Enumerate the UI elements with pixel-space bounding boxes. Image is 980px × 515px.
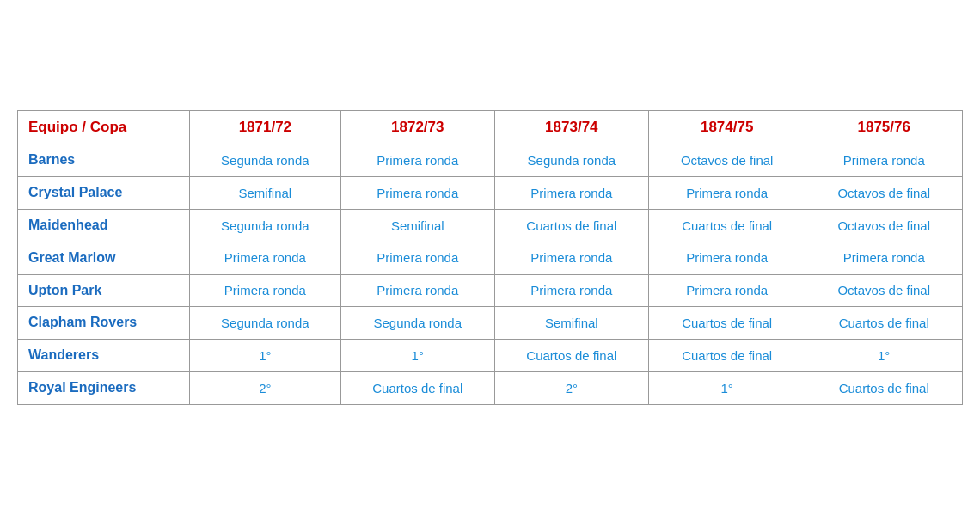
data-cell: Semifinal — [340, 209, 494, 242]
data-cell: Primera ronda — [648, 177, 805, 210]
header-1872: 1872/73 — [340, 111, 494, 144]
team-name: Clapham Rovers — [18, 307, 190, 340]
data-cell: Cuartos de final — [648, 307, 805, 340]
table-row: Wanderers1°1°Cuartos de finalCuartos de … — [18, 340, 963, 372]
data-cell: Segunda ronda — [190, 144, 341, 177]
data-cell: Segunda ronda — [190, 209, 341, 242]
data-cell: Primera ronda — [340, 274, 494, 307]
data-cell: Primera ronda — [648, 274, 805, 307]
data-cell: Primera ronda — [494, 242, 648, 274]
data-cell: Octavos de final — [648, 144, 805, 177]
data-cell: Primera ronda — [648, 242, 805, 274]
data-cell: Segunda ronda — [494, 144, 648, 177]
data-cell: Primera ronda — [805, 242, 963, 274]
table-row: Clapham RoversSegunda rondaSegunda ronda… — [18, 307, 963, 340]
header-1873: 1873/74 — [494, 111, 648, 144]
table-row: Upton ParkPrimera rondaPrimera rondaPrim… — [18, 274, 963, 307]
data-cell: Cuartos de final — [494, 340, 648, 372]
data-cell: Cuartos de final — [494, 209, 648, 242]
data-cell: Segunda ronda — [340, 307, 494, 340]
header-1874: 1874/75 — [648, 111, 805, 144]
table-row: Crystal PalaceSemifinalPrimera rondaPrim… — [18, 177, 963, 210]
data-cell: Primera ronda — [340, 144, 494, 177]
copa-table: Equipo / Copa 1871/72 1872/73 1873/74 18… — [17, 110, 963, 404]
data-cell: Semifinal — [190, 177, 341, 210]
data-cell: 2° — [494, 371, 648, 404]
data-cell: Primera ronda — [494, 177, 648, 210]
data-cell: Segunda ronda — [190, 307, 341, 340]
data-cell: 1° — [340, 340, 494, 372]
team-name: Great Marlow — [18, 242, 190, 274]
data-cell: Octavos de final — [805, 274, 963, 307]
table-row: Royal Engineers2°Cuartos de final2°1°Cua… — [18, 371, 963, 404]
header-1875: 1875/76 — [805, 111, 963, 144]
team-name: Wanderers — [18, 340, 190, 372]
header-1871: 1871/72 — [190, 111, 341, 144]
table-row: BarnesSegunda rondaPrimera rondaSegunda … — [18, 144, 963, 177]
table-header-row: Equipo / Copa 1871/72 1872/73 1873/74 18… — [18, 111, 963, 144]
data-cell: Octavos de final — [805, 177, 963, 210]
data-cell: 1° — [648, 371, 805, 404]
data-cell: Primera ronda — [494, 274, 648, 307]
data-cell: 2° — [190, 371, 341, 404]
data-cell: 1° — [190, 340, 341, 372]
data-cell: Cuartos de final — [648, 209, 805, 242]
data-cell: Cuartos de final — [340, 371, 494, 404]
table-container: Equipo / Copa 1871/72 1872/73 1873/74 18… — [17, 110, 963, 404]
table-row: Great MarlowPrimera rondaPrimera rondaPr… — [18, 242, 963, 274]
data-cell: Primera ronda — [805, 144, 963, 177]
table-body: BarnesSegunda rondaPrimera rondaSegunda … — [18, 144, 963, 404]
data-cell: Cuartos de final — [805, 307, 963, 340]
data-cell: Cuartos de final — [805, 371, 963, 404]
data-cell: 1° — [805, 340, 963, 372]
data-cell: Primera ronda — [190, 274, 341, 307]
team-name: Royal Engineers — [18, 371, 190, 404]
table-row: MaidenheadSegunda rondaSemifinalCuartos … — [18, 209, 963, 242]
data-cell: Primera ronda — [340, 177, 494, 210]
team-name: Maidenhead — [18, 209, 190, 242]
team-name: Barnes — [18, 144, 190, 177]
header-team: Equipo / Copa — [18, 111, 190, 144]
team-name: Crystal Palace — [18, 177, 190, 210]
data-cell: Cuartos de final — [648, 340, 805, 372]
team-name: Upton Park — [18, 274, 190, 307]
data-cell: Primera ronda — [190, 242, 341, 274]
data-cell: Primera ronda — [340, 242, 494, 274]
data-cell: Octavos de final — [805, 209, 963, 242]
data-cell: Semifinal — [494, 307, 648, 340]
